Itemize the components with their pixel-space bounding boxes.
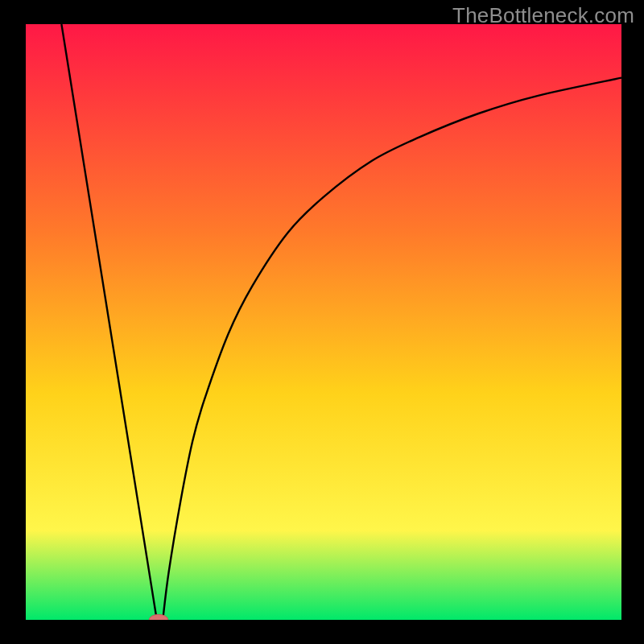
chart-frame: TheBottleneck.com (0, 0, 644, 644)
plot-area (26, 24, 621, 620)
gradient-background (26, 24, 621, 620)
chart-svg (26, 24, 621, 620)
